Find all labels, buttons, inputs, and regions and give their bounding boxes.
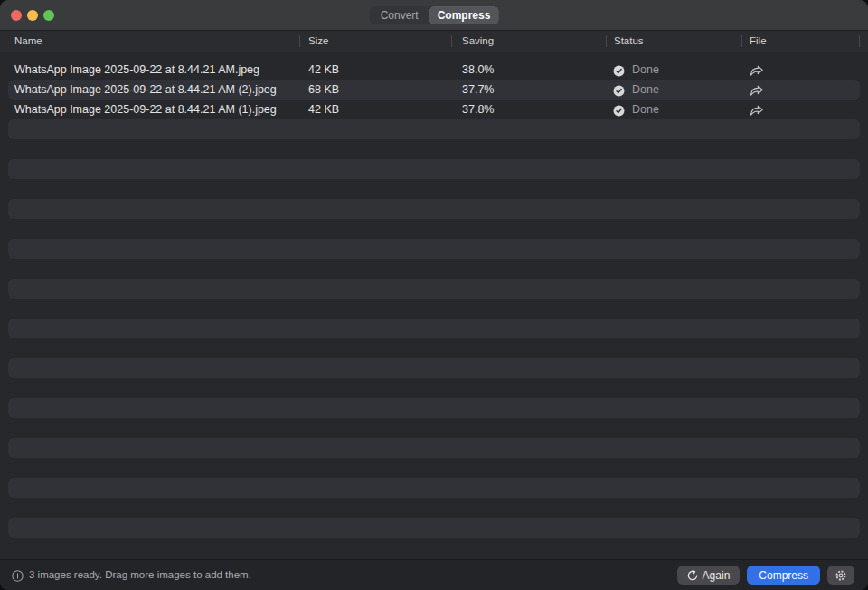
status-bar: 3 images ready. Drag more images to add … [0,559,868,590]
again-button[interactable]: Again [677,566,741,585]
empty-row [0,458,868,478]
share-icon[interactable] [750,64,764,81]
file-name: WhatsApp Image 2025-09-22 at 8.44.21 AM.… [14,60,259,80]
share-icon[interactable] [750,84,764,100]
gear-icon [835,569,847,582]
table-row[interactable]: WhatsApp Image 2025-09-22 at 8.44.21 AM … [0,100,868,119]
empty-row [0,338,868,358]
row-stripe [8,279,860,299]
file-size: 68 KB [308,80,339,100]
compress-button[interactable]: Compress [747,566,820,585]
empty-row [0,398,868,418]
column-header-size[interactable]: Size [308,31,328,52]
row-stripe [8,478,860,498]
empty-row [0,159,868,179]
row-stripe [8,518,860,538]
empty-row [0,239,868,259]
column-divider [451,35,452,47]
row-stripe [8,199,860,219]
row-stripe [8,398,860,418]
file-size: 42 KB [308,60,339,80]
column-header-saving[interactable]: Saving [462,31,494,52]
table-header: Name Size Saving Status File [0,31,868,52]
file-name: WhatsApp Image 2025-09-22 at 8.44.21 AM … [14,100,277,119]
file-saving: 37.8% [462,100,494,119]
minimize-button[interactable] [27,10,38,21]
row-stripe [8,438,860,458]
again-button-label: Again [703,569,731,582]
empty-row [0,219,868,239]
app-window: Convert Compress Name Size Saving Status… [0,0,868,590]
settings-button[interactable] [827,566,854,585]
table-row[interactable]: WhatsApp Image 2025-09-22 at 8.44.21 AM.… [0,60,868,80]
row-stripe [8,358,860,378]
share-icon[interactable] [750,104,764,120]
plus-circle-icon [12,569,24,585]
empty-row [0,358,868,378]
empty-row [0,199,868,219]
row-stripe [8,159,860,179]
file-saving: 38.0% [462,60,494,80]
check-circle-icon [613,84,625,100]
file-status: Done [632,100,659,119]
empty-row [0,139,868,159]
row-stripe [8,119,860,139]
column-divider [741,35,742,47]
file-list: WhatsApp Image 2025-09-22 at 8.44.21 AM.… [0,52,868,560]
empty-row [0,378,868,398]
empty-row [0,299,868,319]
empty-row [0,319,868,338]
file-status: Done [632,60,659,80]
empty-row [0,179,868,199]
column-header-file[interactable]: File [750,31,767,52]
action-buttons: Again Compress [677,566,854,585]
empty-row [0,518,868,538]
column-header-status[interactable]: Status [614,31,644,52]
tab-compress[interactable]: Compress [429,6,499,24]
refresh-icon [687,570,698,581]
close-button[interactable] [11,10,22,21]
compress-button-label: Compress [759,569,808,582]
empty-row [0,538,868,557]
empty-row [0,438,868,458]
empty-row [0,478,868,498]
column-divider [606,35,607,47]
titlebar: Convert Compress [0,0,868,31]
column-header-name[interactable]: Name [14,31,42,52]
check-circle-icon [613,104,625,120]
file-name: WhatsApp Image 2025-09-22 at 8.44.21 AM … [14,80,277,100]
column-divider [299,35,300,47]
table-row[interactable]: WhatsApp Image 2025-09-22 at 8.44.21 AM … [0,80,868,100]
empty-row [0,279,868,299]
mode-segmented-control: Convert Compress [370,6,499,24]
column-divider [859,35,860,47]
file-size: 42 KB [308,100,339,119]
file-saving: 37.7% [462,80,494,100]
row-stripe [8,319,860,338]
file-status: Done [632,80,659,100]
check-circle-icon [613,64,625,81]
empty-row [0,119,868,139]
tab-convert[interactable]: Convert [370,6,429,24]
empty-row [0,418,868,438]
zoom-button[interactable] [43,10,54,21]
row-stripe [8,239,860,259]
empty-row [0,259,868,279]
empty-row [0,498,868,518]
status-text: 3 images ready. Drag more images to add … [29,560,251,590]
